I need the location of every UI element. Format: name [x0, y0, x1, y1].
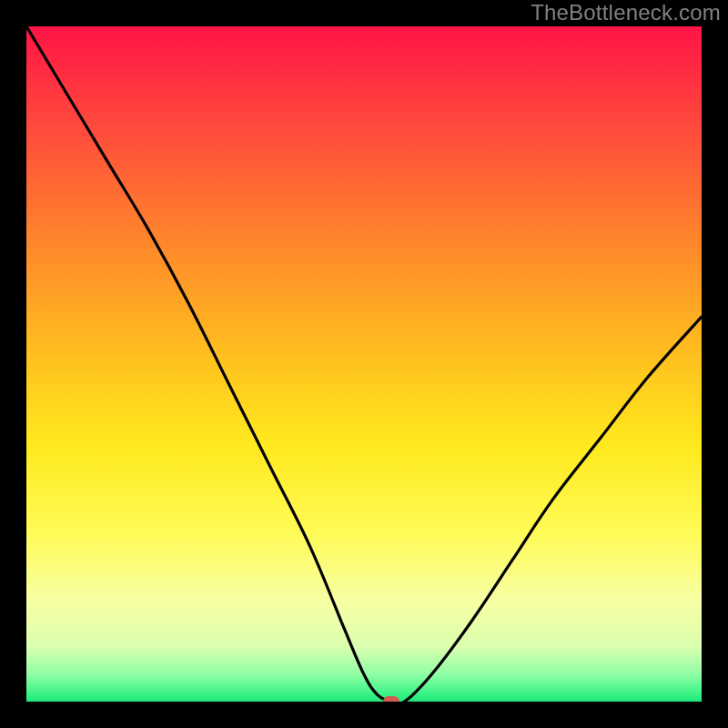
watermark-text: TheBottleneck.com [531, 0, 721, 25]
chart-frame: TheBottleneck.com [0, 0, 728, 728]
plot-area [26, 26, 702, 702]
optimal-point-marker [383, 696, 399, 702]
bottleneck-curve [26, 26, 702, 702]
